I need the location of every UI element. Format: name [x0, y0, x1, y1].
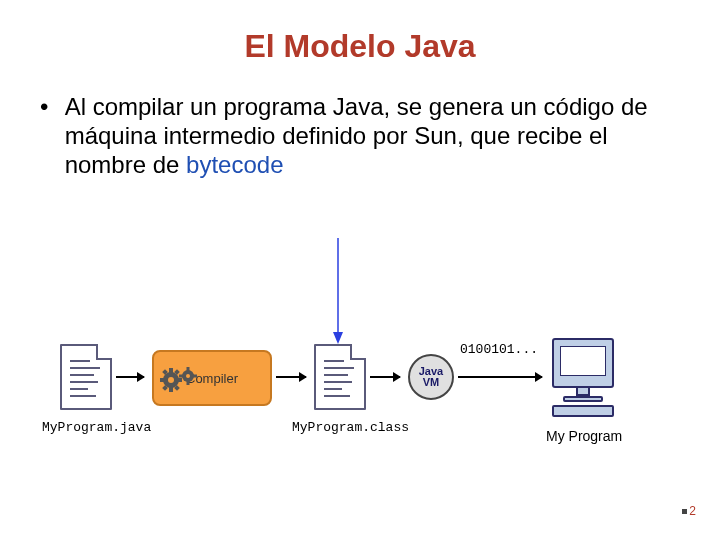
svg-rect-16	[179, 375, 183, 378]
pointer-arrow	[328, 238, 348, 346]
bytecode-term: bytecode	[186, 151, 283, 178]
bullet-item: • Al compilar un programa Java, se gener…	[40, 93, 680, 179]
svg-rect-17	[193, 375, 197, 378]
svg-point-3	[168, 377, 174, 383]
bullet-text: Al compilar un programa Java, se genera …	[65, 93, 675, 179]
page-number: 2	[682, 504, 696, 518]
bullet-text-main: Al compilar un programa Java, se genera …	[65, 93, 648, 178]
computer-icon	[552, 338, 614, 417]
arrow-icon	[116, 376, 144, 378]
svg-rect-14	[187, 367, 190, 371]
class-file-icon	[314, 344, 366, 410]
compilation-diagram: MyProgram.java	[60, 340, 660, 480]
slide-title: El Modelo Java	[0, 28, 720, 65]
arrow-icon	[370, 376, 400, 378]
page-number-bullet-icon	[682, 509, 687, 514]
svg-rect-15	[187, 381, 190, 385]
bullet-dot: •	[40, 93, 58, 122]
page-number-value: 2	[689, 504, 696, 518]
source-file-icon	[60, 344, 112, 410]
source-file-label: MyProgram.java	[42, 420, 151, 435]
jvm-node: Java VM	[408, 354, 454, 400]
compiler-box: Compiler	[152, 350, 272, 406]
svg-rect-7	[177, 378, 182, 382]
output-caption: My Program	[546, 428, 622, 444]
svg-rect-6	[160, 378, 165, 382]
svg-rect-4	[169, 368, 173, 373]
arrow-icon	[276, 376, 306, 378]
arrow-icon	[458, 376, 542, 378]
gear-icon	[160, 367, 182, 389]
binary-stream-label: 0100101...	[460, 342, 538, 357]
jvm-label-2: VM	[423, 377, 440, 388]
svg-point-13	[186, 374, 190, 378]
svg-rect-5	[169, 387, 173, 392]
class-file-label: MyProgram.class	[292, 420, 409, 435]
